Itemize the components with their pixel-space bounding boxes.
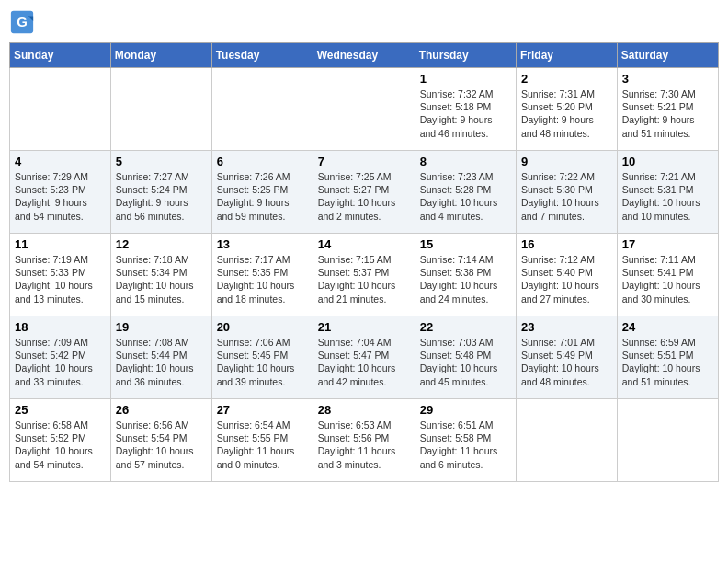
day-cell: 19Sunrise: 7:08 AM Sunset: 5:44 PM Dayli… [110,316,211,399]
week-row-4: 18Sunrise: 7:09 AM Sunset: 5:42 PM Dayli… [10,316,719,399]
day-number: 29 [420,403,511,417]
day-cell [10,68,111,151]
day-number: 17 [622,237,713,251]
day-cell: 21Sunrise: 7:04 AM Sunset: 5:47 PM Dayli… [313,316,415,399]
day-info: Sunrise: 7:18 AM Sunset: 5:34 PM Dayligh… [116,253,207,305]
day-info: Sunrise: 7:08 AM Sunset: 5:44 PM Dayligh… [116,336,207,388]
day-cell: 7Sunrise: 7:25 AM Sunset: 5:27 PM Daylig… [313,151,415,234]
logo-icon: G [9,9,35,35]
calendar-table: SundayMondayTuesdayWednesdayThursdayFrid… [9,42,719,482]
day-info: Sunrise: 7:17 AM Sunset: 5:35 PM Dayligh… [217,253,308,305]
day-number: 20 [217,320,308,334]
day-number: 4 [15,155,106,168]
week-row-3: 11Sunrise: 7:19 AM Sunset: 5:33 PM Dayli… [10,234,719,316]
day-cell: 6Sunrise: 7:26 AM Sunset: 5:25 PM Daylig… [211,151,313,234]
day-cell: 24Sunrise: 6:59 AM Sunset: 5:51 PM Dayli… [617,316,718,399]
day-cell [617,399,718,482]
day-info: Sunrise: 7:06 AM Sunset: 5:45 PM Dayligh… [217,336,308,388]
day-cell [110,68,211,151]
day-number: 3 [622,72,713,86]
day-info: Sunrise: 7:09 AM Sunset: 5:42 PM Dayligh… [15,336,106,388]
day-info: Sunrise: 7:15 AM Sunset: 5:37 PM Dayligh… [318,253,410,305]
day-info: Sunrise: 7:31 AM Sunset: 5:20 PM Dayligh… [521,87,612,140]
day-info: Sunrise: 7:25 AM Sunset: 5:27 PM Dayligh… [318,170,410,223]
day-cell: 1Sunrise: 7:32 AM Sunset: 5:18 PM Daylig… [415,68,516,151]
day-cell: 15Sunrise: 7:14 AM Sunset: 5:38 PM Dayli… [415,234,516,316]
day-cell: 29Sunrise: 6:51 AM Sunset: 5:58 PM Dayli… [415,399,516,482]
day-cell: 22Sunrise: 7:03 AM Sunset: 5:48 PM Dayli… [415,316,516,399]
header-monday: Monday [110,43,211,68]
header-sunday: Sunday [10,43,111,68]
week-row-5: 25Sunrise: 6:58 AM Sunset: 5:52 PM Dayli… [10,399,719,482]
day-cell: 17Sunrise: 7:11 AM Sunset: 5:41 PM Dayli… [617,234,718,316]
header-row: SundayMondayTuesdayWednesdayThursdayFrid… [10,43,719,68]
day-number: 7 [318,155,410,168]
day-cell: 20Sunrise: 7:06 AM Sunset: 5:45 PM Dayli… [211,316,313,399]
week-row-2: 4Sunrise: 7:29 AM Sunset: 5:23 PM Daylig… [10,151,719,234]
day-number: 28 [318,403,410,417]
day-number: 22 [420,320,511,334]
day-cell: 28Sunrise: 6:53 AM Sunset: 5:56 PM Dayli… [313,399,415,482]
day-cell: 3Sunrise: 7:30 AM Sunset: 5:21 PM Daylig… [617,68,718,151]
day-number: 21 [318,320,410,334]
day-number: 2 [521,72,612,86]
day-info: Sunrise: 7:12 AM Sunset: 5:40 PM Dayligh… [521,253,612,305]
day-number: 1 [420,72,511,86]
logo: G [9,9,37,35]
day-cell: 25Sunrise: 6:58 AM Sunset: 5:52 PM Dayli… [10,399,111,482]
day-cell: 8Sunrise: 7:23 AM Sunset: 5:28 PM Daylig… [415,151,516,234]
day-number: 13 [217,237,308,251]
day-info: Sunrise: 7:32 AM Sunset: 5:18 PM Dayligh… [420,87,511,140]
day-info: Sunrise: 6:58 AM Sunset: 5:52 PM Dayligh… [15,419,106,471]
day-number: 24 [622,320,713,334]
day-info: Sunrise: 7:29 AM Sunset: 5:23 PM Dayligh… [15,170,106,223]
week-row-1: 1Sunrise: 7:32 AM Sunset: 5:18 PM Daylig… [10,68,719,151]
header-saturday: Saturday [617,43,718,68]
day-cell: 27Sunrise: 6:54 AM Sunset: 5:55 PM Dayli… [211,399,313,482]
day-cell [517,399,618,482]
day-cell: 5Sunrise: 7:27 AM Sunset: 5:24 PM Daylig… [110,151,211,234]
day-cell: 14Sunrise: 7:15 AM Sunset: 5:37 PM Dayli… [313,234,415,316]
header-thursday: Thursday [415,43,516,68]
day-info: Sunrise: 6:53 AM Sunset: 5:56 PM Dayligh… [318,419,410,471]
day-info: Sunrise: 7:23 AM Sunset: 5:28 PM Dayligh… [420,170,511,223]
day-number: 16 [521,237,612,251]
header-friday: Friday [517,43,618,68]
day-number: 23 [521,320,612,334]
day-cell: 18Sunrise: 7:09 AM Sunset: 5:42 PM Dayli… [10,316,111,399]
day-info: Sunrise: 7:11 AM Sunset: 5:41 PM Dayligh… [622,253,713,305]
day-cell: 11Sunrise: 7:19 AM Sunset: 5:33 PM Dayli… [10,234,111,316]
day-info: Sunrise: 7:26 AM Sunset: 5:25 PM Dayligh… [217,170,308,223]
day-info: Sunrise: 7:01 AM Sunset: 5:49 PM Dayligh… [521,336,612,388]
day-number: 12 [116,237,207,251]
day-info: Sunrise: 7:30 AM Sunset: 5:21 PM Dayligh… [622,87,713,140]
day-number: 19 [116,320,207,334]
day-number: 15 [420,237,511,251]
day-number: 6 [217,155,308,168]
day-number: 9 [521,155,612,168]
day-number: 26 [116,403,207,417]
day-number: 18 [15,320,106,334]
day-info: Sunrise: 7:27 AM Sunset: 5:24 PM Dayligh… [116,170,207,223]
day-info: Sunrise: 6:59 AM Sunset: 5:51 PM Dayligh… [622,336,713,388]
day-cell: 4Sunrise: 7:29 AM Sunset: 5:23 PM Daylig… [10,151,111,234]
day-cell: 9Sunrise: 7:22 AM Sunset: 5:30 PM Daylig… [517,151,618,234]
day-info: Sunrise: 7:03 AM Sunset: 5:48 PM Dayligh… [420,336,511,388]
day-cell [313,68,415,151]
day-number: 8 [420,155,511,168]
day-number: 14 [318,237,410,251]
svg-text:G: G [17,14,28,29]
day-cell [211,68,313,151]
day-cell: 10Sunrise: 7:21 AM Sunset: 5:31 PM Dayli… [617,151,718,234]
day-number: 25 [15,403,106,417]
day-cell: 12Sunrise: 7:18 AM Sunset: 5:34 PM Dayli… [110,234,211,316]
day-number: 5 [116,155,207,168]
day-info: Sunrise: 7:04 AM Sunset: 5:47 PM Dayligh… [318,336,410,388]
day-cell: 23Sunrise: 7:01 AM Sunset: 5:49 PM Dayli… [517,316,618,399]
day-cell: 16Sunrise: 7:12 AM Sunset: 5:40 PM Dayli… [517,234,618,316]
day-info: Sunrise: 6:56 AM Sunset: 5:54 PM Dayligh… [116,419,207,471]
day-cell: 2Sunrise: 7:31 AM Sunset: 5:20 PM Daylig… [517,68,618,151]
header-wednesday: Wednesday [313,43,415,68]
day-number: 27 [217,403,308,417]
day-info: Sunrise: 6:51 AM Sunset: 5:58 PM Dayligh… [420,419,511,471]
